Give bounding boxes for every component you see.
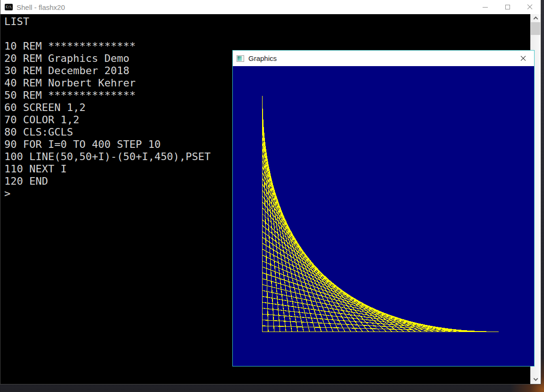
minimize-button[interactable] xyxy=(474,0,496,14)
close-button[interactable] xyxy=(518,0,541,14)
graphics-canvas xyxy=(233,66,534,366)
graphics-titlebar[interactable]: Graphics xyxy=(233,51,534,66)
graphics-app-icon xyxy=(237,55,244,62)
minimize-icon xyxy=(483,7,488,8)
console-icon: C:\ xyxy=(5,4,13,10)
shell-window-title: Shell - flashx20 xyxy=(17,3,474,11)
maximize-button[interactable] xyxy=(496,0,518,14)
graphics-window-title: Graphics xyxy=(248,54,518,62)
maximize-icon xyxy=(505,5,510,9)
chevron-down-icon xyxy=(533,376,538,381)
close-icon xyxy=(527,4,533,10)
console-line: LIST xyxy=(4,16,541,28)
graphics-close-button[interactable] xyxy=(518,53,528,64)
graphics-window: Graphics xyxy=(232,50,535,366)
scroll-up-button[interactable] xyxy=(530,14,541,22)
line-envelope-drawing xyxy=(233,66,534,366)
shell-titlebar[interactable]: C:\ Shell - flashx20 xyxy=(0,0,541,14)
desktop: { "shell_window": { "title": "Shell - fl… xyxy=(0,0,544,392)
scroll-down-button[interactable] xyxy=(530,376,541,384)
scrollbar-thumb[interactable] xyxy=(531,22,540,35)
console-line xyxy=(4,28,541,40)
chevron-up-icon xyxy=(533,17,538,21)
